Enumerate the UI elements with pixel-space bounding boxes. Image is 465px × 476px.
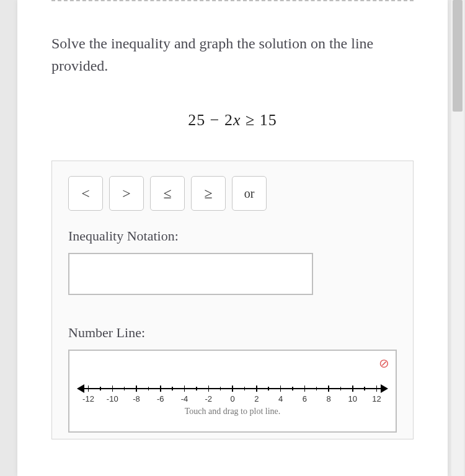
tick: 2: [256, 386, 257, 403]
tick: -6: [160, 386, 161, 403]
tick-mark: [208, 386, 210, 392]
tick: -12: [88, 386, 89, 403]
tick: -2: [208, 386, 209, 403]
tick: 0: [232, 386, 233, 403]
tick-label: 4: [278, 394, 283, 403]
tick: [365, 386, 365, 403]
tick-mark: [232, 386, 233, 392]
tick: [292, 386, 293, 403]
tick: 12: [376, 386, 377, 403]
tick-mark: [376, 386, 378, 392]
tick-mark: [172, 387, 173, 390]
tick-label: -8: [133, 394, 140, 403]
tick-label: -10: [107, 394, 118, 403]
tick-mark: [328, 386, 329, 392]
gt-button[interactable]: >: [109, 176, 144, 211]
symbol-toolbar: < > ≤ ≥ or: [68, 176, 397, 211]
scrollbar-thumb[interactable]: [453, 0, 463, 112]
tick: -8: [136, 386, 137, 403]
tick-label: 6: [303, 394, 307, 403]
arrow-right-icon: [381, 384, 388, 393]
tick-mark: [148, 387, 149, 390]
tick-container: -12-10-8-6-4-2024681012: [88, 386, 377, 403]
content-card: Solve the inequality and graph the solut…: [17, 0, 448, 476]
tick: [220, 386, 221, 403]
tick: [196, 386, 197, 403]
tick-mark: [364, 387, 365, 390]
inequality-expression: 25 − 2x ≥ 15: [51, 111, 414, 130]
tick-mark: [340, 387, 342, 390]
tick-label: 0: [230, 394, 234, 403]
tick-mark: [268, 387, 269, 390]
numberline-block: ⊘ -12-10-8-6-4-2024681012 Touch and drag…: [68, 350, 397, 433]
tick-label: -12: [82, 394, 94, 403]
tick: 10: [352, 386, 353, 403]
tick-mark: [292, 387, 293, 390]
tick-mark: [244, 387, 246, 390]
tick-label: -6: [157, 394, 164, 403]
tick-mark: [196, 387, 197, 390]
numberline-canvas[interactable]: ⊘ -12-10-8-6-4-2024681012 Touch and drag…: [68, 350, 397, 433]
scrollbar-track[interactable]: [451, 0, 464, 476]
tick-label: 12: [372, 394, 381, 403]
or-button[interactable]: or: [232, 176, 267, 211]
tick: [172, 386, 173, 403]
tick-mark: [304, 386, 306, 392]
tick-label: -2: [205, 394, 212, 403]
question-prompt: Solve the inequality and graph the solut…: [51, 32, 414, 77]
inequality-input[interactable]: [68, 253, 313, 295]
tick: 4: [280, 386, 281, 403]
tick-mark: [100, 387, 101, 390]
tick: [124, 386, 125, 403]
tick: -10: [112, 386, 113, 403]
tick: 6: [304, 386, 305, 403]
tick-label: 8: [326, 394, 330, 403]
le-button[interactable]: ≤: [150, 176, 185, 211]
tick: 8: [329, 386, 329, 403]
tick-mark: [316, 387, 317, 390]
expr-var: x: [233, 111, 241, 129]
expr-rhs: ≥ 15: [241, 111, 277, 129]
tick: [268, 386, 269, 403]
tick-mark: [124, 387, 125, 390]
tick-mark: [256, 386, 257, 392]
axis: -12-10-8-6-4-2024681012: [79, 384, 386, 403]
tick-mark: [220, 387, 221, 390]
lt-button[interactable]: <: [68, 176, 103, 211]
tick-mark: [280, 386, 281, 392]
tick-label: 2: [254, 394, 259, 403]
section-divider: [51, 0, 414, 1]
answer-panel: < > ≤ ≥ or Inequality Notation: Number L…: [51, 161, 414, 439]
numberline-label: Number Line:: [68, 325, 397, 341]
numberline-hint: Touch and drag to plot line.: [79, 407, 386, 416]
ge-button[interactable]: ≥: [191, 176, 226, 211]
inequality-label: Inequality Notation:: [68, 228, 397, 244]
tick: [100, 386, 100, 403]
tick-mark: [112, 386, 113, 392]
clear-icon[interactable]: ⊘: [379, 356, 389, 371]
tick-mark: [88, 386, 89, 392]
tick: -4: [184, 386, 185, 403]
tick: [148, 386, 149, 403]
tick: [340, 386, 341, 403]
tick: [244, 386, 245, 403]
tick-mark: [160, 386, 161, 392]
tick-mark: [136, 386, 137, 392]
tick-label: -4: [181, 394, 188, 403]
tick-mark: [184, 386, 185, 392]
expr-lhs: 25 − 2: [188, 111, 233, 129]
tick-mark: [352, 386, 353, 392]
tick-label: 10: [348, 394, 357, 403]
tick: [316, 386, 317, 403]
